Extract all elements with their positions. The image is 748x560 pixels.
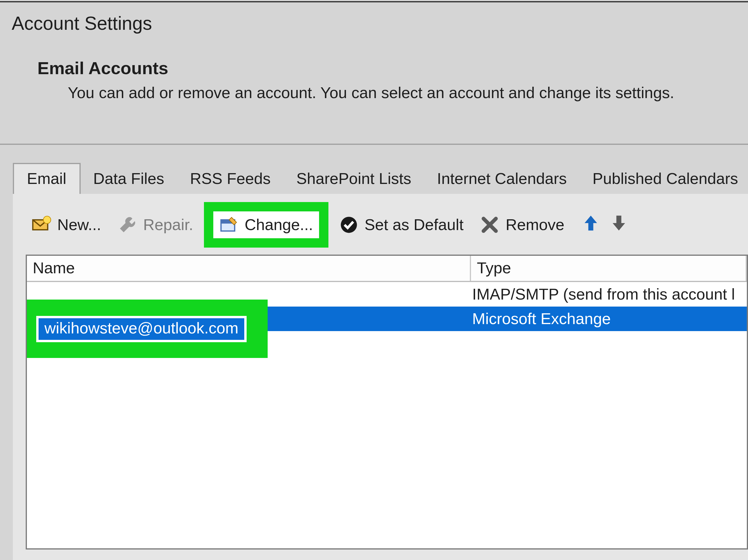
table-body: IMAP/SMTP (send from this account l wiki…: [27, 282, 747, 331]
check-circle-icon: [338, 215, 358, 235]
column-header-name[interactable]: Name: [27, 256, 471, 281]
tabs-bar: Email Data Files RSS Feeds SharePoint Li…: [13, 159, 748, 195]
move-down-button[interactable]: [609, 215, 629, 235]
tab-email[interactable]: Email: [13, 163, 80, 195]
svg-point-1: [43, 216, 51, 224]
cell-type: IMAP/SMTP (send from this account l: [466, 285, 747, 303]
remove-button-label: Remove: [506, 216, 564, 234]
remove-button[interactable]: Remove: [472, 211, 573, 238]
section-title: Email Accounts: [38, 58, 168, 78]
arrow-down-icon: [609, 213, 629, 237]
cell-type: Microsoft Exchange: [466, 310, 747, 328]
repair-button: Repair.: [109, 211, 201, 238]
arrow-up-icon: [581, 213, 601, 237]
header-separator: [0, 144, 748, 145]
highlight-account-name: wikihowsteve@outlook.com: [26, 299, 267, 358]
tab-content-email: New... Repair. Change... Set as Default: [13, 194, 748, 560]
move-up-button[interactable]: [581, 215, 601, 235]
new-button-label: New...: [57, 216, 101, 234]
section-description: You can add or remove an account. You ca…: [68, 84, 674, 102]
repair-button-label: Repair.: [143, 216, 193, 234]
new-button[interactable]: New...: [23, 211, 109, 238]
page-title: Account Settings: [12, 13, 152, 34]
change-button-label: Change...: [244, 216, 313, 234]
table-header: Name Type: [27, 256, 747, 282]
edit-card-icon: [219, 215, 239, 235]
wrench-icon: [117, 215, 137, 235]
change-button[interactable]: Change...: [213, 211, 319, 238]
tab-sharepoint-lists[interactable]: SharePoint Lists: [283, 164, 424, 194]
tab-published-calendars[interactable]: Published Calendars: [580, 164, 748, 194]
x-remove-icon: [480, 215, 500, 235]
set-default-button-label: Set as Default: [364, 216, 463, 234]
tab-data-files[interactable]: Data Files: [80, 164, 177, 194]
tab-internet-calendars[interactable]: Internet Calendars: [424, 164, 579, 194]
accounts-toolbar: New... Repair. Change... Set as Default: [23, 211, 629, 238]
highlight-account-name-value: wikihowsteve@outlook.com: [36, 316, 247, 342]
tab-rss-feeds[interactable]: RSS Feeds: [177, 164, 283, 194]
top-border: [0, 1, 748, 2]
envelope-new-icon: [31, 215, 51, 235]
column-header-type[interactable]: Type: [471, 256, 747, 281]
set-default-button[interactable]: Set as Default: [330, 211, 472, 238]
accounts-table: Name Type IMAP/SMTP (send from this acco…: [26, 254, 748, 550]
